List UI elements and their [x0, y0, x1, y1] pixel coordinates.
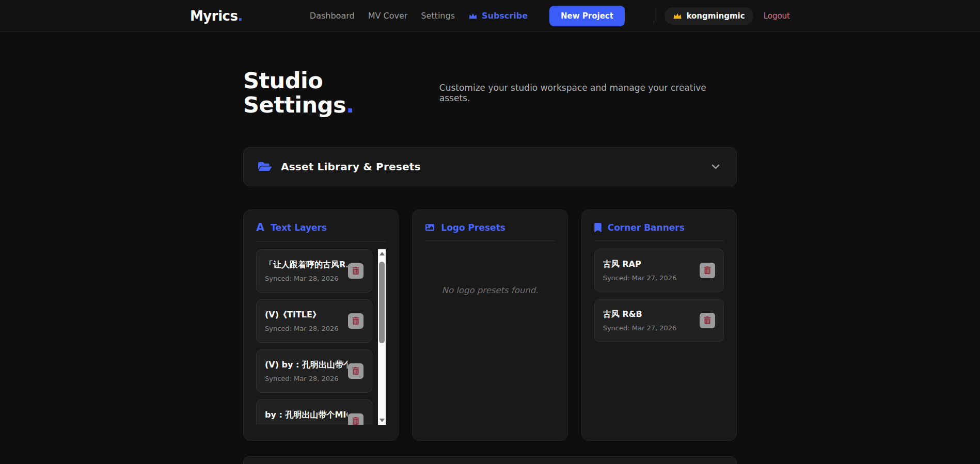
nav-settings[interactable]: Settings	[421, 11, 455, 21]
folder-open-icon	[258, 161, 272, 172]
text-layer-row: by : 孔明出山带个MIC ... Synced: Mar 28, 2026	[256, 399, 372, 425]
asset-library-title: Asset Library & Presets	[281, 161, 421, 173]
text-layer-name: 「让人跟着哼的古风R...	[265, 260, 347, 270]
text-layers-list: 「让人跟着哼的古风R... Synced: Mar 28, 2026 (V)《T…	[256, 249, 386, 425]
chevron-down-icon	[709, 161, 722, 173]
corner-banner-row: 古风 RAP Synced: Mar 27, 2026	[594, 249, 724, 292]
trash-icon	[352, 317, 359, 325]
nav-mv-cover[interactable]: MV Cover	[368, 11, 408, 21]
trash-icon	[352, 417, 359, 425]
text-layer-name: (V) by : 孔明出山带个...	[265, 360, 347, 371]
nav-links: Dashboard MV Cover Settings Subscribe Ne…	[310, 6, 625, 26]
logo-presets-title: Logo Presets	[441, 222, 505, 233]
image-icon	[425, 223, 435, 232]
corner-banners-title: Corner Banners	[608, 222, 685, 233]
scroll-up-arrow[interactable]	[380, 252, 385, 255]
trash-icon	[704, 266, 711, 274]
brand-name: Myrics	[190, 8, 238, 24]
delete-button[interactable]	[348, 313, 363, 329]
scrollbar-thumb[interactable]	[379, 262, 385, 343]
trash-icon	[704, 316, 711, 324]
text-layer-name: by : 孔明出山带个MIC ...	[265, 410, 347, 421]
crown-gold-icon	[673, 12, 682, 20]
list-scrollbar[interactable]	[378, 249, 386, 425]
text-layer-synced: Synced: Mar 28, 2026	[265, 275, 347, 282]
logout-link[interactable]: Logout	[764, 11, 790, 21]
corner-banner-synced: Synced: Mar 27, 2026	[603, 324, 677, 332]
username: kongmingmic	[686, 11, 745, 21]
text-layer-synced: Synced: Mar 28, 2026	[265, 375, 347, 382]
nav-account-area: kongmingmic Logout	[654, 7, 790, 25]
text-layer-row: 「让人跟着哼的古风R... Synced: Mar 28, 2026	[256, 249, 372, 293]
user-badge[interactable]: kongmingmic	[665, 7, 753, 25]
text-layer-name: (V)《TITLE》	[265, 310, 339, 321]
subscribe-label: Subscribe	[482, 11, 528, 21]
page-header: Studio Settings. Customize your studio w…	[243, 69, 737, 118]
new-project-button[interactable]: New Project	[549, 6, 625, 26]
delete-button[interactable]	[700, 313, 715, 328]
delete-button[interactable]	[348, 363, 363, 379]
section-asset-library[interactable]: Asset Library & Presets	[243, 147, 737, 186]
text-layer-row: (V) by : 孔明出山带个... Synced: Mar 28, 2026	[256, 349, 372, 393]
section-account-security[interactable]: Account Security	[243, 456, 737, 464]
trash-icon	[352, 367, 359, 375]
scroll-down-arrow[interactable]	[380, 419, 385, 422]
corner-banner-name: 古风 RAP	[603, 259, 677, 270]
corner-banner-row: 古风 R&B Synced: Mar 27, 2026	[594, 299, 724, 342]
brand-dot: .	[238, 8, 242, 24]
delete-button[interactable]	[348, 413, 363, 425]
page-title: Studio Settings.	[243, 69, 439, 118]
delete-button[interactable]	[348, 263, 363, 279]
card-corner-banners: Corner Banners 古风 RAP Synced: Mar 27, 20…	[581, 210, 737, 441]
corner-banner-name: 古风 R&B	[603, 309, 677, 320]
nav-subscribe[interactable]: Subscribe	[468, 11, 528, 21]
brand-logo[interactable]: Myrics.	[190, 8, 243, 24]
nav-dashboard[interactable]: Dashboard	[310, 11, 355, 21]
corner-banners-list: 古风 RAP Synced: Mar 27, 2026 古风 R&B Synce…	[594, 249, 724, 424]
corner-banner-synced: Synced: Mar 27, 2026	[603, 274, 677, 282]
card-logo-presets: Logo Presets No logo presets found.	[412, 210, 567, 441]
text-layer-synced: Synced: Mar 28, 2026	[265, 325, 339, 332]
nav-divider	[654, 8, 654, 24]
top-navbar: Myrics. Dashboard MV Cover Settings Subs…	[0, 0, 980, 32]
main-content: Studio Settings. Customize your studio w…	[243, 69, 737, 464]
text-layers-title: Text Layers	[271, 222, 327, 233]
card-text-layers: A Text Layers 「让人跟着哼的古风R... Synced: Mar …	[243, 210, 399, 441]
delete-button[interactable]	[700, 263, 715, 278]
asset-cards-row: A Text Layers 「让人跟着哼的古风R... Synced: Mar …	[243, 210, 737, 441]
text-layer-row: (V)《TITLE》 Synced: Mar 28, 2026	[256, 299, 372, 343]
crown-icon	[468, 12, 478, 20]
trash-icon	[352, 267, 359, 275]
logo-presets-empty: No logo presets found.	[425, 285, 555, 295]
page-subtitle: Customize your studio workspace and mana…	[439, 83, 737, 103]
bookmark-icon	[594, 223, 602, 232]
type-letter-icon: A	[256, 222, 264, 233]
